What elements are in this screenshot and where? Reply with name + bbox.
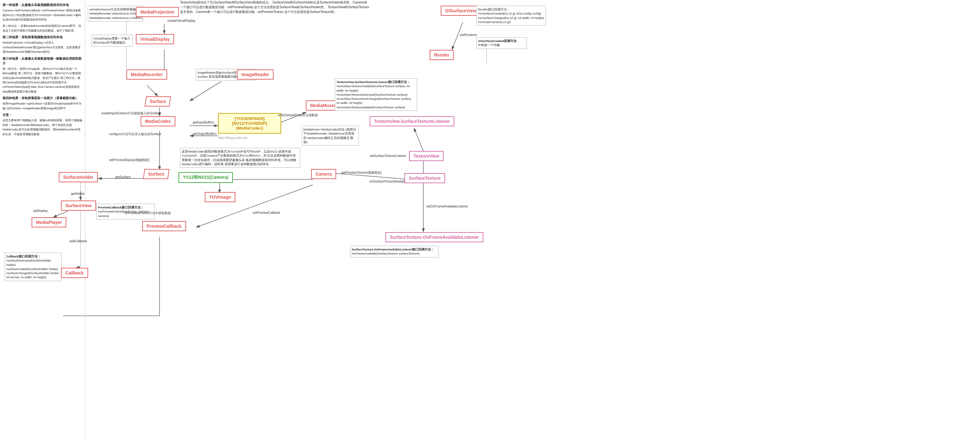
svg-line-7 (189, 81, 221, 101)
on-preview-frame-label: onPreviewFrame方法中获取数据 (125, 211, 171, 215)
texture-surface-listener-box: TextureView.SurfaceTextureListener (370, 116, 454, 126)
texture-view-box: TextureView (409, 151, 444, 161)
surface-texture-on-frame-note: SurfaceTexture.OnFrameAvailableListener接… (350, 246, 439, 258)
render-node: Render (430, 50, 454, 60)
surface-view-node: SurfaceView (61, 200, 96, 211)
media-projection-node: MediaProjection (136, 7, 179, 17)
left-panel-title3: 第三种场景：从摄像头采集数据每隔一帧数据处理获取图片 (3, 56, 83, 66)
lines-layer (0, 0, 980, 439)
preview-callback-box: PreviewCallback (142, 221, 186, 231)
media-recorder-box: MediaRecorder (126, 70, 167, 80)
get-surface-label: getSurface (115, 175, 130, 179)
media-muxer-note: MediaMuxer+MediaCodec结合 (就相当于MediaRecord… (302, 126, 359, 146)
surface-texture-on-frame-box: SurfaceTexture.OnFrameAvailableListener (385, 232, 484, 242)
surface1-box: Surface (145, 96, 171, 107)
set-preview-callback-label: setPreviewCallback (253, 211, 280, 215)
create-virtual-display-label: createVirtualDisplay (167, 19, 196, 22)
set-preview-display-top-label: setPreviewDisplay(视频预览) (109, 158, 150, 162)
media-projection-box: MediaProjection (136, 7, 179, 17)
set-display-label: setDisplay (33, 209, 48, 213)
set-on-frame-available-listener-label: setOnFrameAvailableListener (426, 205, 468, 208)
yuv-image-node: YUVImage (205, 192, 235, 202)
surface-texture-box: SurfaceTexture (404, 173, 445, 183)
texture-surface-listener-note: TextureView.SurfaceTextureListener接口回调方法… (335, 78, 417, 111)
left-panel-text2: 第二种办法： 设置MediaRecorder的前视源为Camera即可，但是这个… (3, 24, 83, 33)
yv12-nv21-box: YV12和NV21(Camera) (178, 172, 233, 183)
central-yuv-box: [YUV420P/I420] [NV12/YUV420SP] (MediaCod… (218, 113, 281, 134)
media-recorder-node: MediaRecorder (126, 70, 167, 80)
texture-view-node: TextureView (409, 151, 444, 161)
left-panel-text5: 使用ImageReader->getSurface->设置到VirtualDis… (3, 101, 83, 111)
left-panel-text4: 第一种方法：使用YVImage来，将NV21/YV12格式变成一个Bitmap数… (3, 67, 83, 94)
set-preview-texture-label: setPreviewTexture(视频预览) (341, 170, 382, 175)
configure-label: configure方法可以传入输出的Surface (109, 132, 161, 137)
media-player-node: MediaPlayer (32, 217, 66, 227)
texture-view-main-text: TextureView是结合了GLSurfaceView和SurfaceView… (180, 0, 370, 14)
surface1-node: Surface (145, 96, 170, 107)
get-holder-label: getHolder (71, 192, 85, 196)
set-video-source-note: setVideoSource方法支持两种视频源 •MediaRecorder.V… (88, 6, 143, 21)
svg-line-5 (147, 85, 158, 96)
on-surface-created-note: onSurfaceCreated回调方法 中构造一个对象 (476, 37, 527, 49)
set-renderer-label: setRenderer (460, 33, 477, 37)
yuv-image-box: YUVImage (205, 192, 235, 202)
set-surface-texture-listener-label: setSurfaceTextureListener (370, 154, 406, 157)
callback-box: Callback (61, 268, 88, 278)
surface2-box: Surface (143, 169, 170, 179)
callback-node: Callback (61, 268, 88, 278)
media-codec-node: MediaCodec (141, 116, 175, 126)
surface-holder-box: SurfaceHolder (59, 172, 98, 182)
virtual-display-node: VirtualDisplay (136, 34, 174, 44)
gl-surface-view-node: GlSurfaceView (441, 6, 480, 16)
surface-view-box: SurfaceView (61, 200, 96, 211)
render-box: Render (430, 50, 454, 60)
get-input-buffers-label: getInputBuffers (193, 121, 214, 124)
left-panel-title2: 第二种场景：录制屏幕视频数据保存到本地 (3, 35, 83, 40)
yv12-nv21-node: YV12和NV21(Camera) (178, 172, 233, 183)
image-reader-box: ImageReader (237, 70, 274, 80)
virtual-display-note: VirtualDisplay需要一个输入的Surface作为数据输出 (92, 35, 133, 46)
gl-surface-view-box: GlSurfaceView (441, 6, 480, 16)
callback-note: Callback接口回调方法： •surfaceDestroyed(Surfac… (5, 253, 62, 281)
media-player-box: MediaPlayer (32, 217, 66, 227)
diagram-container: 第一种场景：从摄像头采集视频数据保存到本地 Camera->setPreview… (0, 0, 980, 439)
write-sample-data-label: writeSampleData方法读数据 (278, 113, 318, 118)
gl-surface-view-note: Render接口回调方法： •onSurfaceCreated(GL10 gl,… (476, 6, 546, 25)
surface-holder-node: SurfaceHolder (59, 172, 98, 182)
create-input-surface-label: createInputSurface方法获取输入的Surface (101, 111, 161, 116)
svg-line-20 (196, 185, 313, 227)
left-panel-title5: 注意： (3, 113, 83, 117)
camera-box: Camera (311, 169, 336, 179)
surface-texture-on-frame-node: SurfaceTexture.OnFrameAvailableListener (385, 232, 484, 242)
add-callback-label: addCallback (70, 239, 87, 243)
image-reader-node: ImageReader (237, 70, 274, 80)
left-panel-title1: 第一种场景：从摄像头采集视频数据保存到本地 (3, 3, 83, 7)
virtual-display-box: VirtualDisplay (136, 34, 174, 44)
get-output-buffers-label: getOutputBuffers (193, 132, 216, 135)
media-codec-note: 这里MediaCodec接受的数据格式为YUV420P也可叫I420P，以及NV… (180, 148, 300, 168)
left-panel-text1: Camera->setPreviewCallback->onPreviewFra… (3, 8, 83, 22)
camera-node: Camera (311, 169, 336, 179)
left-panel-text3: MediaProjection->VirtualDisplay->记录入 Sur… (3, 40, 83, 54)
left-panel-text6: 这里主要有两个视频输入源：摄像头和录制屏幕，有两个视频编码库：MediaReco… (3, 118, 83, 137)
media-codec-box: MediaCodec (141, 116, 175, 126)
url-label: http://blog.csdn.net (218, 136, 247, 140)
texture-surface-listener-node: TextureView.SurfaceTextureListener (370, 116, 454, 126)
surface-texture-node: SurfaceTexture (404, 173, 445, 183)
preview-callback-node: PreviewCallback (142, 221, 186, 231)
surface2-node: Surface (144, 169, 169, 179)
left-panel-title4: 第四种场景：录制屏幕获取一张图片（屏幕截图功能） (3, 96, 83, 100)
svg-line-25 (414, 128, 423, 151)
